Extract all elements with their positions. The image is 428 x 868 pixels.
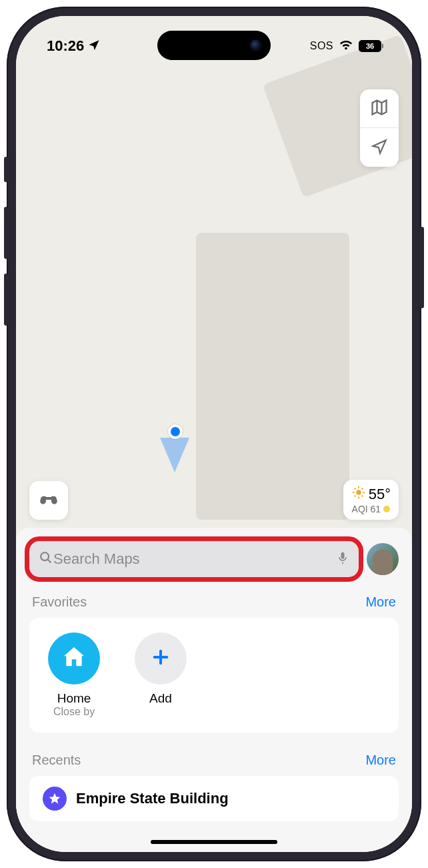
svg-point-9 bbox=[41, 552, 49, 560]
look-around-button[interactable] bbox=[29, 481, 68, 520]
favorite-subtitle: Close by bbox=[53, 706, 95, 718]
favorites-card: Home Close by Add bbox=[29, 618, 399, 733]
favorite-add[interactable]: Add bbox=[131, 632, 191, 718]
front-camera bbox=[250, 39, 262, 51]
favorite-label: Add bbox=[149, 691, 172, 706]
svg-line-10 bbox=[48, 560, 51, 563]
search-icon bbox=[39, 550, 53, 568]
wifi-icon bbox=[339, 37, 353, 55]
phone-frame: 10:26 SOS 36 bbox=[7, 7, 421, 861]
recents-heading: Recents bbox=[32, 753, 81, 768]
favorite-home[interactable]: Home Close by bbox=[44, 632, 104, 718]
svg-point-0 bbox=[356, 490, 361, 494]
avatar-image bbox=[373, 550, 393, 575]
volume-up-button bbox=[4, 207, 8, 259]
weather-chip[interactable]: 55° AQI 61 bbox=[343, 480, 399, 520]
navigation-arrow-icon bbox=[371, 138, 388, 157]
svg-line-6 bbox=[361, 496, 363, 497]
search-bar[interactable] bbox=[29, 541, 359, 577]
sun-icon bbox=[351, 485, 366, 504]
aqi-value: AQI 61 bbox=[352, 504, 381, 514]
map-mode-icon bbox=[370, 98, 389, 119]
map-building-shape bbox=[196, 233, 349, 520]
silent-switch bbox=[4, 157, 8, 182]
dynamic-island bbox=[157, 31, 271, 60]
current-location-marker bbox=[168, 424, 183, 439]
bottom-sheet[interactable]: Favorites More Home Close by bbox=[16, 528, 412, 852]
profile-avatar[interactable] bbox=[367, 543, 399, 575]
volume-down-button bbox=[4, 274, 8, 326]
svg-line-7 bbox=[354, 496, 355, 497]
binoculars-icon bbox=[38, 489, 59, 512]
screen: 10:26 SOS 36 bbox=[16, 16, 412, 852]
battery-level: 36 bbox=[366, 42, 374, 50]
house-icon bbox=[61, 644, 87, 673]
aqi-dot-icon bbox=[383, 506, 390, 512]
favorites-more-link[interactable]: More bbox=[365, 594, 396, 610]
home-indicator[interactable] bbox=[151, 840, 277, 844]
battery-indicator: 36 bbox=[359, 40, 381, 52]
microphone-icon[interactable] bbox=[336, 550, 349, 568]
location-arrow-icon bbox=[88, 37, 100, 55]
temperature-value: 55° bbox=[369, 486, 391, 503]
svg-line-8 bbox=[361, 488, 363, 490]
locate-me-button[interactable] bbox=[360, 128, 399, 167]
recents-more-link[interactable]: More bbox=[365, 753, 396, 768]
recent-title: Empire State Building bbox=[76, 790, 229, 807]
star-icon bbox=[43, 787, 67, 811]
power-button bbox=[420, 227, 424, 308]
svg-line-5 bbox=[354, 488, 355, 490]
location-heading-cone bbox=[160, 438, 189, 472]
search-input[interactable] bbox=[53, 550, 336, 568]
map-canvas[interactable]: 55° AQI 61 bbox=[16, 16, 412, 852]
favorite-label: Home bbox=[57, 691, 91, 706]
recent-item[interactable]: Empire State Building bbox=[29, 776, 399, 821]
map-controls bbox=[360, 89, 399, 167]
favorites-heading: Favorites bbox=[32, 594, 87, 610]
map-mode-button[interactable] bbox=[360, 89, 399, 128]
status-time: 10:26 bbox=[47, 37, 84, 55]
plus-icon bbox=[150, 646, 171, 671]
sos-indicator: SOS bbox=[310, 40, 333, 52]
